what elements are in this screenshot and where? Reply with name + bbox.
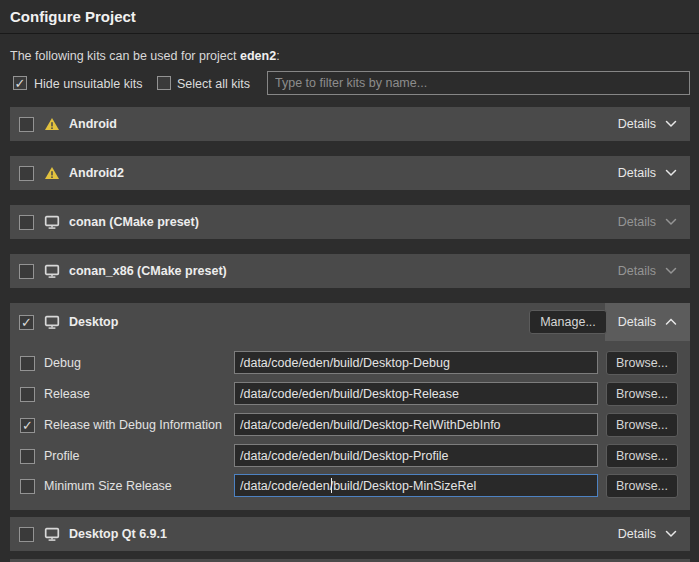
browse-button[interactable]: Browse... xyxy=(606,382,678,406)
details-button[interactable]: Details xyxy=(605,107,690,141)
details-label: Details xyxy=(618,315,656,329)
kit-checkbox[interactable] xyxy=(19,215,34,230)
kit-checkbox[interactable] xyxy=(19,264,34,279)
build-config-label: Minimum Size Release xyxy=(44,479,172,493)
chevron-down-icon xyxy=(665,267,677,275)
chevron-down-icon xyxy=(665,530,677,538)
browse-button[interactable]: Browse... xyxy=(606,413,678,437)
browse-button[interactable]: Browse... xyxy=(606,474,678,498)
build-config-checkbox[interactable] xyxy=(20,449,35,464)
details-button: Details xyxy=(605,205,690,239)
build-config-checkbox[interactable] xyxy=(20,387,35,402)
build-dir-input[interactable] xyxy=(234,382,598,405)
kit-name: Android xyxy=(69,117,117,131)
kit-header-desktop[interactable]: Desktop Manage... Details xyxy=(10,303,690,341)
details-label: Details xyxy=(618,117,656,131)
details-button[interactable]: Details xyxy=(605,303,690,341)
build-config-row-release: Release Browse... xyxy=(10,382,690,406)
details-button[interactable]: Details xyxy=(605,156,690,190)
build-config-label: Release with Debug Information xyxy=(44,418,222,432)
build-config-label: Profile xyxy=(44,449,79,463)
kit-name: Desktop xyxy=(69,315,118,329)
kits-subtitle: The following kits can be used for proje… xyxy=(10,49,280,63)
build-dir-field xyxy=(234,444,598,467)
build-dir-input[interactable] xyxy=(234,444,598,467)
build-dir-field xyxy=(234,382,598,405)
build-config-checkbox[interactable] xyxy=(20,418,35,433)
details-label: Details xyxy=(618,166,656,180)
kit-name: conan (CMake preset) xyxy=(69,215,199,229)
build-config-row-relwithdebinfo: Release with Debug Information Browse... xyxy=(10,413,690,437)
desktop-icon xyxy=(44,264,60,279)
build-config-checkbox[interactable] xyxy=(20,356,35,371)
warning-icon xyxy=(44,117,60,131)
details-button[interactable]: Details xyxy=(605,517,690,551)
kit-name: Desktop Qt 6.9.1 xyxy=(69,527,167,541)
hide-unsuitable-label: Hide unsuitable kits xyxy=(34,77,142,91)
details-label: Details xyxy=(618,215,656,229)
desktop-icon xyxy=(44,215,60,230)
warning-icon xyxy=(44,166,60,180)
chevron-down-icon xyxy=(665,218,677,226)
details-label: Details xyxy=(618,264,656,278)
build-dir-field xyxy=(234,351,598,374)
project-name: eden2 xyxy=(240,49,276,63)
text-caret xyxy=(331,478,332,493)
details-label: Details xyxy=(618,527,656,541)
build-dir-field xyxy=(234,474,598,497)
kit-checkbox[interactable] xyxy=(19,527,34,542)
kit-row-android[interactable]: Android Details xyxy=(10,107,690,141)
build-config-label: Debug xyxy=(44,356,81,370)
subtitle-text: The following kits can be used for proje… xyxy=(10,49,240,63)
build-config-row-minsizerel: Minimum Size Release Browse... xyxy=(10,474,690,498)
kit-row-desktop: Desktop Manage... Details Debug Browse..… xyxy=(10,303,690,510)
build-config-row-debug: Debug Browse... xyxy=(10,351,690,375)
build-config-checkbox[interactable] xyxy=(20,479,35,494)
kit-filter-input[interactable] xyxy=(267,71,690,95)
kit-name: Android2 xyxy=(69,166,124,180)
build-config-label: Release xyxy=(44,387,90,401)
kit-checkbox[interactable] xyxy=(19,117,34,132)
build-config-row-profile: Profile Browse... xyxy=(10,444,690,468)
chevron-down-icon xyxy=(665,120,677,128)
kit-row-desktop-qt[interactable]: Desktop Qt 6.9.1 Details xyxy=(10,517,690,551)
kit-checkbox[interactable] xyxy=(19,166,34,181)
browse-button[interactable]: Browse... xyxy=(606,444,678,468)
select-all-label: Select all kits xyxy=(177,77,250,91)
chevron-up-icon xyxy=(665,318,677,326)
select-all-checkbox[interactable] xyxy=(157,76,171,90)
build-dir-input-focused[interactable] xyxy=(234,474,598,497)
configure-project-page: Configure Project The following kits can… xyxy=(0,0,699,562)
details-button: Details xyxy=(605,254,690,288)
build-dir-input[interactable] xyxy=(234,351,598,374)
kit-row-conan[interactable]: conan (CMake preset) Details xyxy=(10,205,690,239)
manage-button[interactable]: Manage... xyxy=(529,310,607,334)
build-dir-input[interactable] xyxy=(234,413,598,436)
page-title: Configure Project xyxy=(10,8,136,25)
kit-checkbox[interactable] xyxy=(19,315,34,330)
kit-name: conan_x86 (CMake preset) xyxy=(69,264,227,278)
desktop-icon xyxy=(44,315,60,330)
browse-button[interactable]: Browse... xyxy=(606,351,678,375)
kit-row-android2[interactable]: Android2 Details xyxy=(10,156,690,190)
build-dir-field xyxy=(234,413,598,436)
title-separator xyxy=(0,33,699,34)
desktop-icon xyxy=(44,527,60,542)
kit-row-conan-x86[interactable]: conan_x86 (CMake preset) Details xyxy=(10,254,690,288)
hide-unsuitable-checkbox[interactable] xyxy=(13,76,27,90)
subtitle-colon: : xyxy=(276,49,279,63)
chevron-down-icon xyxy=(665,169,677,177)
